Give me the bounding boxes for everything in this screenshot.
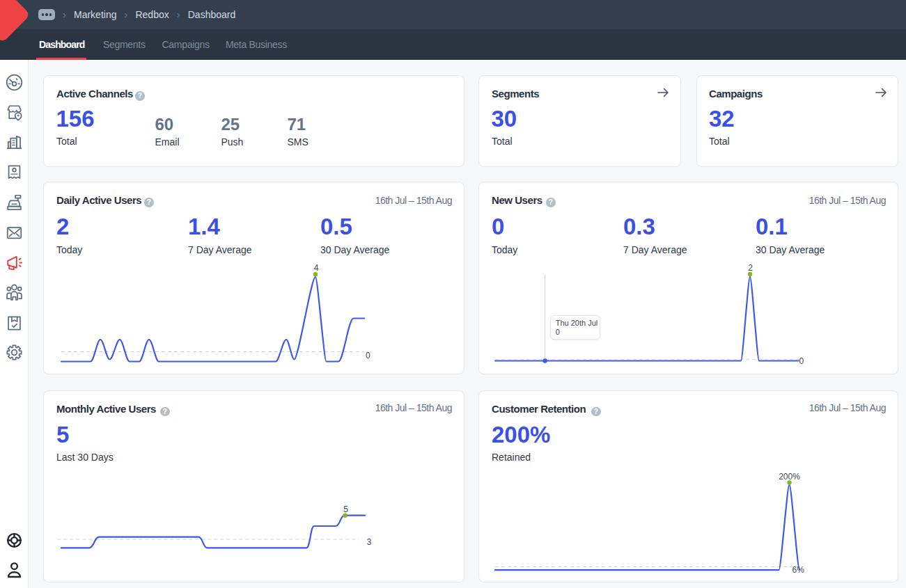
svg-text:5: 5	[343, 504, 348, 514]
svg-text:2: 2	[748, 263, 753, 273]
svg-text:6%: 6%	[792, 565, 805, 575]
svg-text:0: 0	[366, 350, 370, 360]
svg-text:0: 0	[799, 356, 804, 365]
svg-text:3: 3	[367, 537, 372, 547]
svg-text:200%: 200%	[779, 472, 800, 482]
svg-text:4: 4	[314, 263, 319, 273]
